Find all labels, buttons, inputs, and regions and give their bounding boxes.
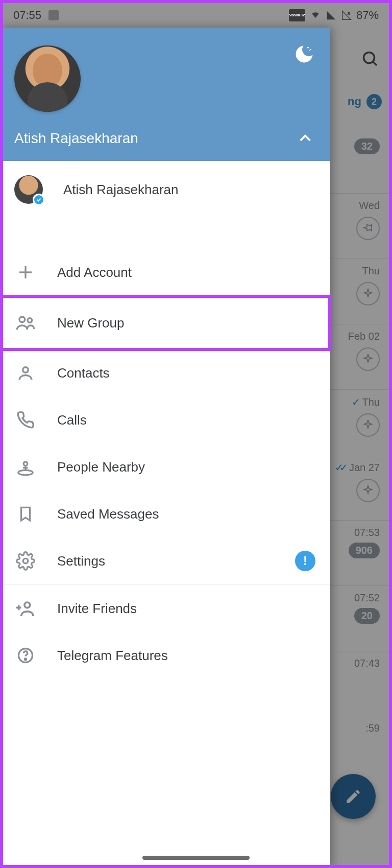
status-battery: 87% <box>356 9 379 22</box>
wifi-icon <box>309 10 322 20</box>
annotation-frame <box>0 0 392 868</box>
signal-icon-2: x <box>341 10 352 20</box>
status-bar: 07:55 VoWiFi2 x 87% <box>3 3 389 28</box>
svg-text:x: x <box>348 11 350 15</box>
image-notif-icon <box>48 10 59 20</box>
status-time: 07:55 <box>13 9 41 22</box>
vowifi-icon: VoWiFi2 <box>289 9 305 21</box>
signal-icon <box>326 10 337 20</box>
